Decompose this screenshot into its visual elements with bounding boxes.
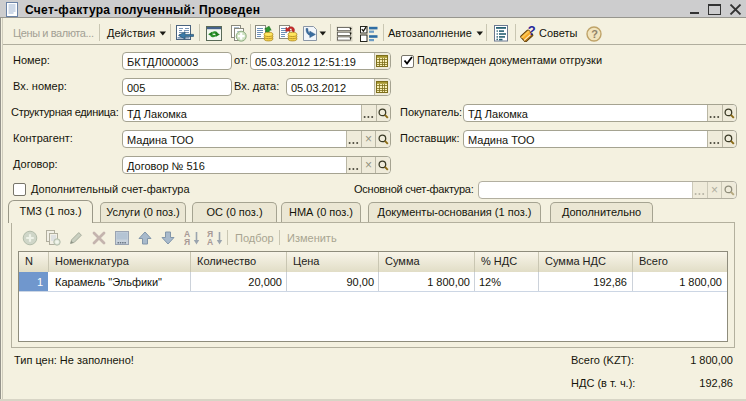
svg-text:Я: Я xyxy=(184,237,190,246)
svg-text:?: ? xyxy=(591,28,598,40)
svg-text:?: ? xyxy=(528,24,536,38)
svg-text:А: А xyxy=(207,237,213,246)
